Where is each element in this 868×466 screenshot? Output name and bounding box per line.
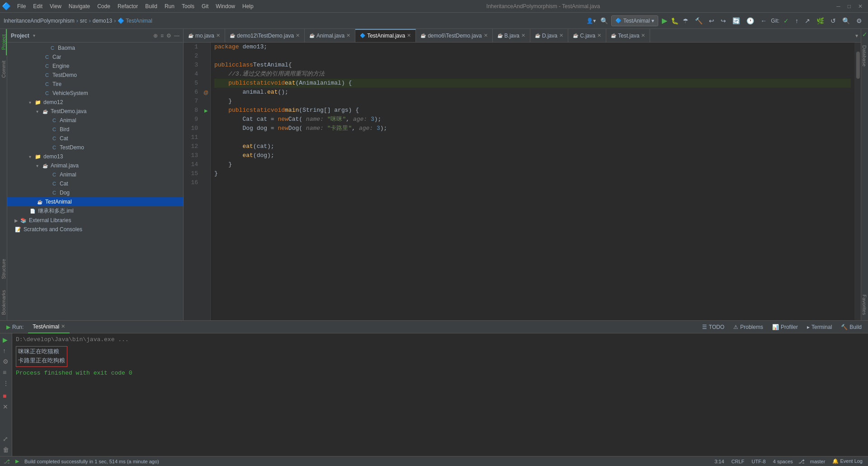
tab-close-btn[interactable]: ✕ bbox=[346, 33, 350, 38]
search-everywhere-icon[interactable]: 🔍 bbox=[599, 16, 609, 26]
tree-item-animal-class[interactable]: C Animal bbox=[7, 170, 183, 179]
menu-navigate[interactable]: Navigate bbox=[65, 2, 94, 11]
undo-btn[interactable]: ↩ bbox=[707, 16, 717, 25]
code-editor[interactable]: 1 2 3 4 5 6 7 8 9 10 11 12 13 14 15 16 bbox=[184, 43, 861, 320]
tree-item-engine[interactable]: C Engine bbox=[7, 62, 183, 71]
encoding[interactable]: UTF-8 bbox=[750, 459, 768, 464]
panel-settings-icon[interactable]: ⚙ bbox=[166, 33, 171, 39]
code-content[interactable]: package demo13; public class TestAnimal … bbox=[211, 43, 854, 320]
redo-btn[interactable]: ↪ bbox=[718, 16, 728, 25]
right-tab-database[interactable]: Database bbox=[861, 40, 868, 72]
filter-icon[interactable]: ≡ bbox=[2, 368, 10, 377]
menu-edit[interactable]: Edit bbox=[29, 2, 46, 11]
stop-icon[interactable]: ■ bbox=[2, 391, 10, 400]
bottom-tab-profiler[interactable]: 📊 Profiler bbox=[768, 321, 802, 333]
tree-item-testdemo-class[interactable]: C TestDemo bbox=[7, 143, 183, 152]
menu-run[interactable]: Run bbox=[161, 2, 178, 11]
project-dropdown-icon[interactable]: ▾ bbox=[33, 33, 35, 38]
bottom-tab-problems[interactable]: ⚠ Problems bbox=[729, 321, 768, 333]
scrollbar-thumb[interactable] bbox=[856, 52, 860, 79]
tree-item-cat1[interactable]: C Cat bbox=[7, 134, 183, 143]
run-tab-close[interactable]: ✕ bbox=[61, 323, 65, 329]
more-tabs-btn[interactable]: ▾ bbox=[853, 33, 861, 39]
tab-close-btn[interactable]: ✕ bbox=[296, 33, 300, 38]
tree-item-demo13[interactable]: ▾ 📁 demo13 bbox=[7, 152, 183, 161]
minimize-btn[interactable]: ─ bbox=[833, 3, 844, 10]
left-tab-structure[interactable]: Structure bbox=[0, 253, 7, 285]
close-run-icon[interactable]: ✕ bbox=[2, 402, 10, 411]
breadcrumb-demo13[interactable]: demo13 bbox=[93, 18, 112, 24]
locate-file-icon[interactable]: ⊕ bbox=[153, 33, 158, 39]
menu-git[interactable]: Git bbox=[198, 2, 212, 11]
right-tab-favorites[interactable]: Favorites bbox=[861, 289, 868, 320]
tab-testjava[interactable]: ☕ Test.java ✕ bbox=[606, 29, 650, 43]
tree-item-scratches[interactable]: 📝 Scratches and Consoles bbox=[7, 225, 183, 234]
menu-code[interactable]: Code bbox=[94, 2, 114, 11]
breadcrumb-project[interactable]: InheritanceAndPolymorphism bbox=[4, 18, 75, 24]
tree-item-testanimal[interactable]: ☕ TestAnimal bbox=[7, 197, 183, 206]
regex-icon[interactable]: ⋮ bbox=[2, 379, 10, 388]
tree-item-testdemo1[interactable]: C TestDemo bbox=[7, 71, 183, 80]
tree-item-iml[interactable]: 📄 继承和多态.iml bbox=[7, 206, 183, 216]
tab-cjava[interactable]: ☕ C.java ✕ bbox=[568, 29, 606, 43]
bottom-tab-todo[interactable]: ☰ TODO bbox=[698, 321, 729, 333]
git-branch[interactable]: master bbox=[808, 459, 827, 464]
tree-item-animal1[interactable]: C Animal bbox=[7, 116, 183, 125]
tab-close-btn[interactable]: ✕ bbox=[521, 33, 525, 38]
run-configuration[interactable]: 🔷 TestAnimal ▾ bbox=[611, 15, 659, 26]
tree-item-dog[interactable]: C Dog bbox=[7, 188, 183, 197]
scroll-top-icon[interactable]: ↑ bbox=[2, 346, 10, 355]
tree-item-car[interactable]: C Car bbox=[7, 52, 183, 62]
git-check-btn[interactable]: ✓ bbox=[781, 16, 791, 25]
tab-close-btn[interactable]: ✕ bbox=[597, 33, 601, 38]
tree-item-testdemo-java[interactable]: ▾ ☕ TestDemo.java bbox=[7, 107, 183, 116]
tree-item-demo12[interactable]: ▾ 📁 demo12 bbox=[7, 98, 183, 107]
vcs-icon[interactable]: 👤▾ bbox=[585, 16, 597, 25]
menu-help[interactable]: Help bbox=[239, 2, 257, 11]
tree-item-cat2[interactable]: C Cat bbox=[7, 179, 183, 188]
run-config-dropdown[interactable]: ▾ bbox=[651, 18, 654, 24]
history-btn[interactable]: 🕐 bbox=[744, 16, 756, 25]
search-btn[interactable]: 🔍 bbox=[840, 16, 852, 25]
tree-item-tire[interactable]: C Tire bbox=[7, 80, 183, 89]
collapse-all-icon[interactable]: ≡ bbox=[160, 33, 164, 39]
tab-testanimal[interactable]: 🔷 TestAnimal.java ✕ bbox=[355, 29, 416, 43]
tab-demo6-testdemo[interactable]: ☕ demo6\TestDemo.java ✕ bbox=[416, 29, 492, 43]
bottom-tab-run-testanimal[interactable]: TestAnimal ✕ bbox=[28, 321, 70, 333]
cursor-position[interactable]: 3:14 bbox=[712, 459, 726, 464]
tab-close-btn[interactable]: ✕ bbox=[484, 33, 488, 38]
tab-animal[interactable]: ☕ Animal.java ✕ bbox=[305, 29, 355, 43]
menu-refactor[interactable]: Refactor bbox=[114, 2, 142, 11]
line-ending[interactable]: CRLF bbox=[730, 459, 746, 464]
event-log[interactable]: 🔔 Event Log bbox=[830, 458, 864, 464]
tab-close-btn[interactable]: ✕ bbox=[407, 33, 411, 38]
menu-build[interactable]: Build bbox=[142, 2, 161, 11]
expand-run-icon[interactable]: ⤢ bbox=[2, 434, 10, 443]
settings-btn[interactable]: ⚙ bbox=[854, 16, 864, 25]
back-btn[interactable]: ← bbox=[758, 16, 769, 25]
left-tab-project[interactable]: Project bbox=[0, 29, 7, 55]
close-btn[interactable]: ✕ bbox=[854, 3, 866, 10]
debug-button[interactable]: 🐛 bbox=[671, 17, 679, 24]
settings2-icon[interactable]: ⚙ bbox=[2, 357, 10, 366]
git-update-btn[interactable]: ↑ bbox=[793, 16, 801, 25]
maximize-btn[interactable]: □ bbox=[844, 3, 854, 10]
refresh-btn[interactable]: 🔄 bbox=[730, 16, 742, 25]
git-push-btn[interactable]: ↗ bbox=[802, 16, 812, 25]
breadcrumb-src[interactable]: src bbox=[80, 18, 87, 24]
build-button[interactable]: 🔨 bbox=[693, 16, 705, 25]
tab-mo-java[interactable]: ☕ mo.java ✕ bbox=[184, 29, 225, 43]
menu-window[interactable]: Window bbox=[212, 2, 239, 11]
bottom-tab-terminal[interactable]: ▸ Terminal bbox=[802, 321, 836, 333]
tree-item-animal-java[interactable]: ▾ ☕ Animal.java bbox=[7, 161, 183, 170]
tree-item-bird[interactable]: C Bird bbox=[7, 125, 183, 134]
git-revert-btn[interactable]: ↺ bbox=[828, 16, 838, 25]
bottom-tab-run[interactable]: ▶ Run: bbox=[2, 321, 28, 333]
left-tab-commit[interactable]: Commit bbox=[0, 55, 7, 83]
menu-view[interactable]: View bbox=[46, 2, 65, 11]
git-branch-btn[interactable]: 🌿 bbox=[814, 16, 826, 25]
tab-close-btn[interactable]: ✕ bbox=[216, 33, 220, 38]
tab-close-btn[interactable]: ✕ bbox=[641, 33, 645, 38]
run-again-icon[interactable]: ▶ bbox=[2, 335, 10, 344]
tree-item-baoma[interactable]: C Baoma bbox=[7, 43, 183, 52]
